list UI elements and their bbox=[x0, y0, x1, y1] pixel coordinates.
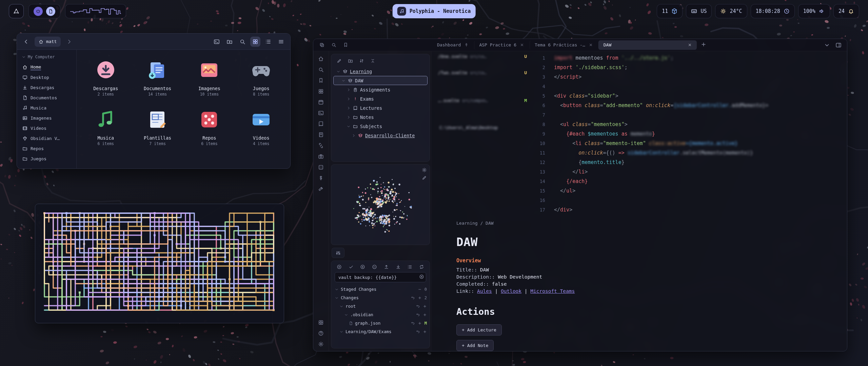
grid-view-button[interactable] bbox=[250, 37, 260, 47]
sidebar-item-musica[interactable]: Musica bbox=[20, 103, 74, 113]
notes-button[interactable] bbox=[46, 7, 55, 16]
folder-plantillas[interactable]: Plantillas7 items bbox=[132, 107, 183, 146]
terminal-icon[interactable] bbox=[318, 110, 324, 116]
folder-imagenes[interactable]: Imagenes10 items bbox=[184, 57, 235, 97]
media-module[interactable]: Polyphia - Neurotica bbox=[393, 4, 476, 18]
explorer-item-assignments[interactable]: Assignments bbox=[333, 85, 428, 94]
button-add-note[interactable]: + Add Note bbox=[456, 340, 494, 351]
search-icon[interactable] bbox=[318, 67, 324, 73]
close-icon[interactable] bbox=[520, 43, 524, 47]
minus-icon[interactable] bbox=[418, 287, 422, 291]
graph-canvas[interactable] bbox=[331, 165, 430, 244]
back-button[interactable] bbox=[21, 37, 31, 47]
new-folder-icon[interactable] bbox=[348, 58, 353, 63]
vault-switcher-icon[interactable] bbox=[318, 320, 324, 325]
folder-repos[interactable]: Repos6 items bbox=[184, 107, 235, 146]
stage-all-icon[interactable] bbox=[360, 264, 365, 269]
clock-module[interactable]: 18:08:28 bbox=[751, 4, 795, 18]
plus-icon[interactable] bbox=[423, 330, 427, 334]
git-row-obsidian[interactable]: .obsidian bbox=[334, 310, 427, 319]
pull-icon[interactable] bbox=[396, 264, 401, 269]
stacked-tabs-icon[interactable] bbox=[319, 42, 324, 47]
unstage-all-icon[interactable] bbox=[372, 264, 377, 269]
folder-musica[interactable]: Musica6 items bbox=[80, 107, 131, 146]
graph-settings-icon[interactable] bbox=[422, 167, 427, 172]
collapse-all-icon[interactable] bbox=[370, 58, 375, 63]
power-button[interactable] bbox=[34, 7, 43, 16]
pin-icon[interactable] bbox=[464, 43, 469, 47]
journal-icon[interactable] bbox=[318, 132, 324, 138]
sort-order-icon[interactable] bbox=[359, 58, 364, 63]
commit-all-icon[interactable] bbox=[349, 264, 354, 269]
tab-dashboard[interactable]: Dashboard bbox=[432, 40, 473, 50]
explorer-item-exams[interactable]: Exams bbox=[333, 94, 428, 103]
screenshot-icon[interactable] bbox=[318, 154, 324, 159]
undo-icon[interactable] bbox=[416, 304, 420, 308]
daily-notes-icon[interactable] bbox=[318, 99, 324, 105]
scm-file[interactable]: /Two.sveltesrc/co…U bbox=[438, 70, 527, 75]
sidebar-item-repos[interactable]: Repos bbox=[20, 143, 74, 154]
tab-tema-6-pr-cticas[interactable]: Tema 6 Prácticas -… bbox=[530, 40, 598, 50]
open-terminal-button[interactable] bbox=[212, 37, 222, 47]
scm-file[interactable]: ….sveltesrc/compon…M bbox=[438, 98, 527, 103]
git-row-learning-daw-exams[interactable]: Learning/DAW/Exams bbox=[334, 327, 427, 336]
breadcrumb[interactable]: matt bbox=[35, 37, 61, 47]
new-folder-button[interactable] bbox=[224, 37, 235, 47]
scm-file[interactable]: /One.sveltesrc/co…U bbox=[438, 54, 527, 59]
random-note-icon[interactable] bbox=[318, 164, 324, 170]
notifications-module[interactable]: 24 bbox=[833, 4, 859, 18]
sidebar-item-juegos[interactable]: Juegos bbox=[20, 154, 74, 164]
settings-icon[interactable] bbox=[318, 341, 324, 347]
commit-icon[interactable] bbox=[337, 264, 342, 269]
git-row-staged-changes[interactable]: Staged Changes0 bbox=[334, 285, 427, 293]
sidebar-item-descargas[interactable]: Descargas bbox=[20, 82, 74, 93]
folder-juegos[interactable]: Juegos8 items bbox=[236, 57, 287, 97]
link-outlook[interactable]: Outlook bbox=[501, 288, 521, 294]
sidebar-header[interactable]: My Computer bbox=[20, 53, 74, 62]
plus-icon[interactable] bbox=[418, 296, 422, 300]
tools-icon[interactable] bbox=[318, 186, 324, 192]
explorer-item-desarrollo-cliente[interactable]: Desarrollo-Cliente bbox=[333, 131, 428, 140]
new-tab-button[interactable] bbox=[701, 41, 707, 49]
sidebar-item-videos[interactable]: Videos bbox=[20, 123, 74, 133]
weather-module[interactable]: 24°C bbox=[715, 4, 747, 18]
updates-module[interactable]: 11 bbox=[657, 4, 683, 18]
plus-icon[interactable] bbox=[423, 313, 427, 317]
commit-message-input[interactable] bbox=[335, 272, 426, 282]
right-sidebar-toggle-icon[interactable] bbox=[835, 42, 842, 48]
undo-icon[interactable] bbox=[411, 321, 415, 325]
clear-message-icon[interactable] bbox=[419, 274, 424, 281]
tab-daw[interactable]: DAW bbox=[598, 40, 697, 50]
reading-view-icon[interactable] bbox=[318, 121, 324, 127]
canvas-icon[interactable] bbox=[318, 88, 324, 94]
button-add-lecture[interactable]: + Add Lecture bbox=[456, 324, 502, 336]
tab-list-icon[interactable] bbox=[824, 42, 830, 48]
filters-button[interactable] bbox=[332, 248, 344, 258]
refresh-icon[interactable] bbox=[419, 264, 424, 269]
home-icon[interactable] bbox=[318, 56, 324, 62]
bookmarks-icon[interactable] bbox=[343, 42, 348, 47]
launcher-button[interactable] bbox=[9, 4, 24, 18]
undo-icon[interactable] bbox=[416, 313, 420, 317]
explorer-item-learning[interactable]: Learning bbox=[333, 67, 428, 76]
folder-documentos[interactable]: Documentos14 items bbox=[132, 57, 183, 97]
change-layout-icon[interactable] bbox=[407, 264, 412, 269]
explorer-item-lectures[interactable]: Lectures bbox=[333, 103, 428, 113]
explorer-item-notes[interactable]: Notes bbox=[333, 113, 428, 122]
broken-links-icon[interactable] bbox=[318, 143, 324, 148]
plus-icon[interactable] bbox=[418, 321, 422, 325]
search-button[interactable] bbox=[237, 37, 248, 47]
sidebar-item-imagenes[interactable]: Imagenes bbox=[20, 113, 74, 123]
new-note-icon[interactable] bbox=[337, 58, 342, 63]
bookmarks-icon[interactable] bbox=[318, 78, 324, 83]
sidebar-item-documentos[interactable]: Documentos bbox=[20, 93, 74, 103]
help-icon[interactable] bbox=[318, 330, 324, 336]
tab-asp-practice-6[interactable]: ASP Practice 6 bbox=[474, 40, 529, 50]
link-microsoft-teams[interactable]: Microsoft Teams bbox=[530, 288, 575, 294]
finance-icon[interactable] bbox=[318, 175, 324, 181]
git-row-graph-json[interactable]: graph.jsonM bbox=[334, 319, 427, 327]
plus-icon[interactable] bbox=[423, 304, 427, 308]
link-aules[interactable]: Aules bbox=[477, 288, 492, 294]
close-icon[interactable] bbox=[688, 43, 692, 47]
forward-button[interactable] bbox=[64, 37, 74, 47]
